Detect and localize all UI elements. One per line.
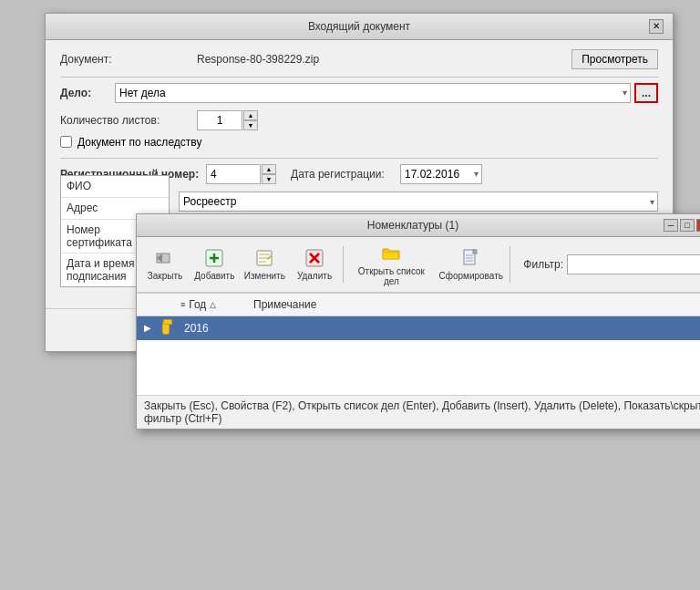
toolbar-create-button[interactable]: Сформировать bbox=[438, 245, 505, 283]
toolbar-close-label: Закрыть bbox=[148, 271, 183, 281]
main-dialog-title: Входящий документ bbox=[69, 20, 649, 33]
reg-date-input[interactable]: 17.02.2016 bbox=[400, 164, 482, 184]
nom-grid-header: ≡ Год △ Примечание bbox=[137, 294, 700, 316]
nom-grid: ≡ Год △ Примечание ▶ 2016 bbox=[137, 293, 700, 395]
reg-num-spinner: ▲ ▼ bbox=[262, 164, 276, 184]
document-row: Документ: Response-80-398229.zip Просмот… bbox=[60, 49, 658, 69]
nomenclature-dialog: Номенклатуры (1) ─ □ ✕ Закрыть bbox=[136, 213, 700, 430]
table-cell-cert: Номер сертификата bbox=[67, 223, 132, 249]
sheets-row: Количество листов: 1 ▲ ▼ bbox=[60, 110, 658, 130]
toolbar-add-button[interactable]: Добавить bbox=[191, 245, 238, 283]
inherit-checkbox[interactable] bbox=[60, 136, 72, 148]
delo-select-wrapper: Нет дела bbox=[115, 83, 631, 103]
nom-window-buttons: ─ □ ✕ bbox=[664, 219, 700, 232]
delo-row: Дело: Нет дела ... bbox=[60, 83, 658, 103]
sort-icon: ≡ bbox=[180, 300, 185, 309]
main-close-button[interactable]: ✕ bbox=[649, 19, 664, 34]
delo-dots-button[interactable]: ... bbox=[634, 83, 658, 103]
filter-input[interactable] bbox=[567, 254, 700, 274]
view-button[interactable]: Просмотреть bbox=[571, 49, 658, 69]
toolbar-delete-button[interactable]: Удалить bbox=[292, 245, 337, 283]
sheets-input[interactable]: 1 bbox=[197, 110, 242, 130]
delo-label: Дело: bbox=[60, 87, 115, 99]
row-folder-icon bbox=[155, 322, 177, 335]
inherit-label: Документ по наследству bbox=[77, 136, 201, 149]
inherit-row: Документ по наследству bbox=[60, 136, 658, 149]
folder-open-icon bbox=[380, 243, 402, 264]
delete-icon bbox=[304, 247, 325, 269]
row-expand-button[interactable]: ▶ bbox=[137, 323, 155, 333]
nom-title-bar: Номенклатуры (1) ─ □ ✕ bbox=[137, 214, 700, 237]
toolbar-create-label: Сформировать bbox=[438, 271, 503, 281]
table-row: ФИО bbox=[61, 176, 169, 198]
reg-date-label: Дата регистрации: bbox=[291, 168, 400, 181]
doc-filename: Response-80-398229.zip bbox=[197, 53, 564, 66]
toolbar-close-button[interactable]: Закрыть bbox=[142, 245, 188, 283]
nom-dialog-title: Номенклатуры (1) bbox=[162, 219, 664, 232]
toolbar-delete-label: Удалить bbox=[297, 271, 332, 281]
nom-toolbar: Закрыть Добавить bbox=[137, 237, 700, 293]
table-cell-address: Адрес bbox=[67, 202, 98, 214]
sheets-label: Количество листов: bbox=[60, 114, 197, 127]
main-title-bar: Входящий документ ✕ bbox=[46, 14, 673, 40]
table-cell-date: Дата и время подписания bbox=[67, 257, 134, 283]
toolbar-edit-button[interactable]: Изменить bbox=[242, 245, 288, 283]
toolbar-add-label: Добавить bbox=[194, 271, 234, 281]
add-icon bbox=[203, 247, 225, 269]
grid-header-year: ≡ Год △ bbox=[173, 296, 246, 313]
reg-up-button[interactable]: ▲ bbox=[262, 164, 276, 174]
nom-maximize-button[interactable]: □ bbox=[680, 219, 695, 232]
grid-empty-space bbox=[137, 340, 700, 395]
back-arrow-icon bbox=[154, 247, 176, 269]
filter-label: Фильтр: bbox=[523, 258, 563, 271]
nom-grid-row[interactable]: ▶ 2016 bbox=[137, 316, 700, 340]
toolbar-open-list-label: Открыть список дел bbox=[355, 266, 428, 286]
date-wrapper: 17.02.2016 bbox=[400, 164, 482, 184]
svg-rect-14 bbox=[473, 250, 477, 254]
sort-arrow-icon: △ bbox=[210, 300, 216, 309]
sheets-down-button[interactable]: ▼ bbox=[243, 120, 258, 130]
sheets-up-button[interactable]: ▲ bbox=[243, 110, 258, 120]
grid-header-note: Примечание bbox=[246, 296, 700, 313]
delo-select[interactable]: Нет дела bbox=[115, 83, 631, 103]
edit-icon bbox=[253, 247, 275, 269]
row-year: 2016 bbox=[177, 322, 232, 335]
sheets-spinner-buttons: ▲ ▼ bbox=[243, 110, 258, 130]
create-icon bbox=[460, 247, 482, 269]
folder-icon bbox=[162, 322, 170, 335]
doc-label: Документ: bbox=[60, 53, 197, 66]
nom-status-bar: Закрыть (Esc), Свойства (F2), Открыть сп… bbox=[137, 395, 700, 429]
table-cell-fio: ФИО bbox=[67, 180, 91, 192]
sheets-spinner: 1 ▲ ▼ bbox=[197, 110, 258, 130]
toolbar-open-list-button[interactable]: Открыть список дел bbox=[349, 241, 434, 288]
grid-header-expand bbox=[137, 296, 173, 313]
toolbar-edit-label: Изменить bbox=[244, 271, 285, 281]
reg-num-input[interactable]: 4 bbox=[206, 164, 261, 184]
source-select[interactable]: Росреестр bbox=[179, 191, 658, 212]
source-select-wrapper: Росреестр bbox=[179, 191, 658, 212]
reg-down-button[interactable]: ▼ bbox=[262, 174, 276, 184]
nom-minimize-button[interactable]: ─ bbox=[664, 219, 678, 232]
nom-close-button[interactable]: ✕ bbox=[696, 219, 700, 232]
